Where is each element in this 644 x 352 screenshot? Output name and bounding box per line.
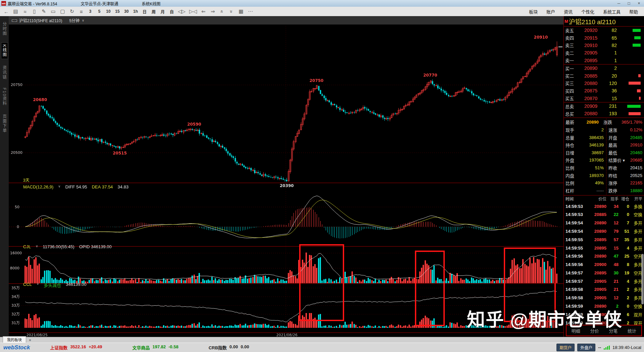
ask-row[interactable]: 卖三2091082 (564, 42, 644, 49)
tick-row[interactable]: 14:59:5320890340多换 (564, 202, 644, 211)
stats-row: 日增38697最低20460 (564, 149, 644, 157)
chart-period-label[interactable]: 5分钟 (69, 17, 79, 23)
total-row: 总卖20909231 (564, 102, 644, 110)
trend-line-icon[interactable]: ≈ (22, 9, 28, 14)
period-button[interactable]: 月 (160, 9, 165, 14)
scroll-left-icon[interactable]: ⇐ (201, 8, 206, 14)
more-icon[interactable]: ⋯ (248, 8, 253, 14)
ask-depth: 卖五2092082卖四2091565卖三2091082卖二209051卖一208… (564, 27, 644, 64)
menu-item[interactable]: 账户 (546, 8, 555, 15)
signal-icon (604, 346, 610, 350)
depth-bar (634, 36, 641, 39)
link-icon[interactable]: ⊏⊐ (11, 18, 17, 23)
stats-grid: 最新20890涨跌365/1.78%现手2速涨0.12%总量386435开盘20… (564, 118, 644, 195)
add-board-icon[interactable]: + (26, 338, 34, 343)
webstock-logo: webStock (0, 344, 50, 351)
tick-row[interactable]: 14:59:55208955735多开 (564, 235, 644, 244)
depth-bar (639, 97, 641, 100)
app-logo-icon: wh (1, 1, 6, 6)
menu-item[interactable]: 资讯 (564, 8, 573, 15)
ask-row[interactable]: 卖一208951 (564, 57, 644, 64)
menu-item[interactable]: 系统工具 (603, 8, 621, 15)
compress-icon[interactable]: ◁▷ (178, 8, 185, 14)
overlay-icon[interactable]: ≡ (78, 9, 84, 14)
period-button[interactable]: 15 (115, 9, 120, 14)
period-button[interactable]: 3 (88, 9, 93, 14)
sidebar-item[interactable]: K线图 (1, 42, 8, 59)
bid-row[interactable]: 买一208902 (564, 64, 644, 72)
chart-symbol-label[interactable]: 沪铝2110(SHFE al2110) (19, 17, 62, 23)
candlestick-icon[interactable]: ▯ (32, 8, 37, 14)
page-up-icon[interactable]: « (219, 9, 225, 14)
bid-row[interactable]: 买四2087536 (564, 87, 644, 94)
tick-row[interactable]: 14:59:5520895154多开 (564, 244, 644, 252)
menu-item[interactable]: 个性化 (581, 8, 594, 15)
period-button[interactable]: 5 (97, 9, 102, 14)
period-button[interactable]: 10 (106, 9, 111, 14)
depth-bar (629, 82, 641, 85)
cjl-dropdown-icon[interactable]: ∨ (36, 244, 38, 249)
macd-dropdown-icon[interactable]: ∨ (58, 184, 60, 189)
refresh-icon[interactable]: ↻ (69, 8, 75, 14)
futures-account-button[interactable]: 期货户 (556, 344, 575, 351)
marker-m-icon: M (565, 19, 568, 24)
menu-item[interactable]: 帮助 (629, 8, 638, 15)
ask-row[interactable]: 卖五2092082 (564, 27, 644, 34)
quote-title: 沪铝2110 al2110 (569, 17, 616, 26)
bid-row[interactable]: 买三20880120 (564, 80, 644, 87)
scrollbar-thumb[interactable] (641, 254, 644, 304)
detail-tab[interactable]: 统计 (628, 327, 636, 334)
cjl-label[interactable]: CJL (23, 244, 31, 249)
chart-area: ⊏⊐ 沪铝2110(SHFE al2110) 5分钟 ∨ 3天 MACD(12,… (9, 16, 564, 337)
expand-icon[interactable]: ▷◁ (189, 8, 197, 14)
minimize-icon[interactable]: ─ (614, 0, 624, 7)
foreign-account-button[interactable]: 外盘户 (577, 344, 595, 351)
bid-row[interactable]: 买五2087015 (564, 95, 644, 102)
grid-icon[interactable]: ▦ (238, 8, 244, 14)
range-label: 3天 (23, 177, 30, 183)
period-dropdown-icon[interactable]: ∨ (82, 18, 84, 22)
tick-row[interactable]: 14:59:56208904725空开 (564, 252, 644, 260)
report-icon[interactable]: ▤ (13, 8, 18, 14)
board-tab-my[interactable]: 我的板块 (3, 336, 26, 343)
close-icon[interactable]: × (634, 0, 644, 7)
tick-row[interactable]: 14:59:5720905214多开 (564, 277, 644, 285)
bid-row[interactable]: 买二2088520 (564, 72, 644, 79)
sidebar-item[interactable]: 页面下单 (1, 113, 8, 135)
chart-canvas[interactable] (9, 25, 564, 337)
page-down-icon[interactable]: » (229, 9, 234, 14)
stats-row: 持仓346139最高20910 (564, 141, 644, 149)
menu-item[interactable]: 板块 (529, 8, 538, 15)
stats-row: 最新20890涨跌365/1.78% (564, 119, 644, 126)
maximize-icon[interactable]: □ (624, 0, 634, 7)
index-quote: 文华商品197.82-0.58 (132, 344, 178, 351)
tick-row[interactable]: 14:59:5320885220空换 (564, 210, 644, 219)
depth-bar (629, 112, 641, 115)
ask-row[interactable]: 卖四2091565 (564, 34, 644, 41)
volume-header: CJL∨ 11736.00(55:45) OPID 346139.00 (23, 244, 112, 249)
tick-row[interactable]: 14:59:5820905212多开 (564, 285, 644, 294)
ccl-dropdown-icon[interactable]: ∨ (37, 282, 39, 288)
scroll-right-icon[interactable]: ⇒ (210, 8, 216, 14)
tick-row[interactable]: 14:59:5420890127多开 (564, 219, 644, 227)
save-icon[interactable]: ▢ (60, 8, 65, 14)
ccl-label[interactable]: CCL (23, 282, 32, 288)
tick-row[interactable]: 14:59:54208907951多开 (564, 227, 644, 235)
crosshair-icon[interactable]: ✎ (41, 8, 47, 14)
period-button[interactable]: 1h (133, 9, 138, 14)
period-button[interactable]: 周 (151, 9, 156, 14)
sidebar-item[interactable]: F10资料 (1, 86, 8, 108)
stats-row: 比例49%涨停22165 (564, 179, 644, 187)
ask-row[interactable]: 卖二209051 (564, 49, 644, 56)
draw-icon[interactable]: ▭ (50, 8, 56, 14)
period-button[interactable]: 自 (169, 9, 174, 14)
tick-row[interactable]: 14:59:5820905122多开 (564, 294, 644, 302)
back-icon[interactable]: ← (3, 9, 9, 14)
tick-row[interactable]: 14:59:57208953019空开 (564, 269, 644, 277)
period-button[interactable]: 日 (142, 9, 147, 14)
macd-label[interactable]: MACD(12,26,9) (23, 184, 53, 189)
sidebar-item[interactable]: 资讯链 (1, 64, 8, 81)
period-button[interactable]: 30 (124, 9, 129, 14)
tick-row[interactable]: 14:59:5620900488多开 (564, 260, 644, 269)
sidebar-item[interactable]: 分时图 (1, 20, 8, 38)
